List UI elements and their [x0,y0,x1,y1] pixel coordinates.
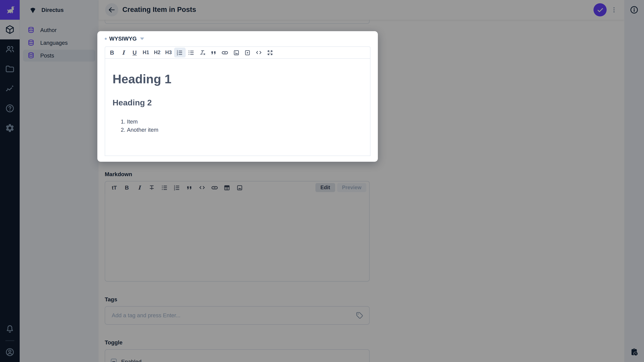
underline-button[interactable]: U [129,48,140,57]
h3-button[interactable]: H3 [163,48,174,57]
wysiwyg-field-card: WYSIWYG B I U H1 H2 H3 [97,31,378,162]
underline-icon: U [132,49,137,56]
image-icon [233,49,240,56]
bullet-list-button[interactable] [186,48,197,57]
editor-ordered-list: Item Another item [112,118,362,134]
remove-format-button[interactable] [197,48,208,57]
video-button[interactable] [242,48,253,57]
list-item: Item [127,118,363,126]
wysiwyg-label-row[interactable]: WYSIWYG [105,31,370,46]
fullscreen-button[interactable] [264,48,276,57]
code-button[interactable] [253,48,264,57]
svg-text:3: 3 [177,53,178,56]
wysiwyg-editor-body[interactable]: Heading 1 Heading 2 Item Another item [105,59,370,156]
edited-dot [105,38,107,40]
bold-icon: B [110,49,114,56]
directus-app: Directus Author [0,0,644,362]
h3-icon: H3 [165,50,172,55]
video-icon [244,49,251,56]
numbered-list-button[interactable]: 1 2 3 [174,48,185,57]
blockquote-icon [210,49,217,56]
code-icon [255,49,262,56]
h2-icon: H2 [154,50,160,55]
h1-icon: H1 [142,50,149,55]
chevron-down-icon [140,37,144,40]
numbered-list-icon: 1 2 3 [176,49,183,56]
italic-button[interactable]: I [118,48,129,57]
image-button[interactable] [230,48,242,57]
wysiwyg-toolbar: B I U H1 H2 H3 1 2 3 [105,46,370,59]
h1-button[interactable]: H1 [140,48,152,57]
blockquote-button[interactable] [208,48,219,57]
h2-button[interactable]: H2 [152,48,163,57]
editor-heading1: Heading 1 [112,72,362,87]
bold-button[interactable]: B [106,48,118,57]
bullet-list-icon [188,49,195,56]
wysiwyg-field-label: WYSIWYG [109,36,136,42]
fullscreen-icon [267,49,274,56]
italic-icon: I [122,49,124,56]
editor-heading2: Heading 2 [112,97,362,108]
link-button[interactable] [219,48,230,57]
remove-format-icon [199,49,206,56]
link-icon [221,49,229,56]
list-item: Another item [127,126,363,134]
